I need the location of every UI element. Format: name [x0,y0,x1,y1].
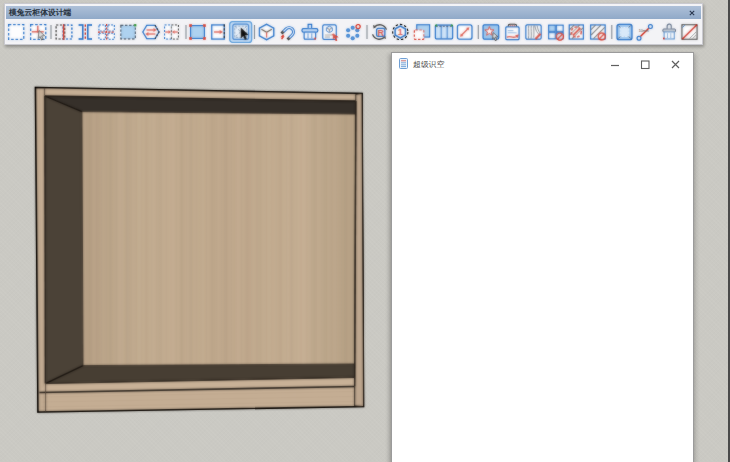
svg-text:10mm: 10mm [639,29,649,33]
svg-text:1: 1 [398,27,403,37]
svg-text:R: R [377,28,384,38]
